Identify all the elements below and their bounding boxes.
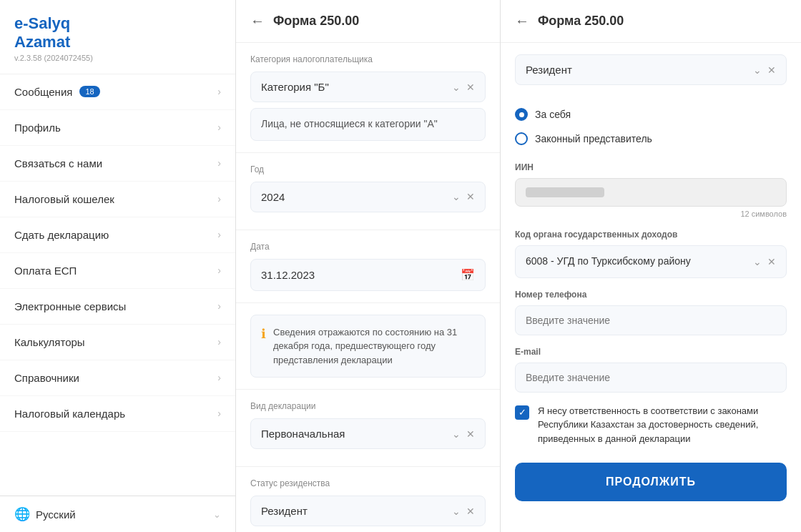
sidebar-item-declaration[interactable]: Сдать декларацию ›: [0, 217, 235, 253]
clear-icon[interactable]: ✕: [767, 64, 776, 76]
chevron-right-icon: ›: [217, 122, 221, 133]
category-field[interactable]: Категория "Б" ⌄ ✕: [250, 72, 486, 102]
checkbox-row[interactable]: ✓ Я несу ответственность в соответствии …: [515, 404, 787, 446]
right-radio-option1[interactable]: За себя: [515, 102, 787, 127]
chevron-right-icon: ›: [217, 408, 221, 419]
date-field[interactable]: 31.12.2023 📅: [250, 259, 486, 291]
info-text: Сведения отражаются по состоянию на 31 д…: [273, 325, 475, 368]
declaration-type-field[interactable]: Первоначальная ⌄ ✕: [250, 418, 486, 449]
sidebar-label-messages: Сообщения: [14, 86, 72, 98]
clear-icon[interactable]: ✕: [466, 82, 475, 93]
year-label: Год: [250, 164, 486, 174]
checkbox-icon[interactable]: ✓: [515, 405, 529, 420]
dropdown-icon[interactable]: ⌄: [753, 256, 762, 267]
messages-badge: 18: [79, 86, 99, 97]
sidebar-item-profile[interactable]: Профиль ›: [0, 110, 235, 146]
clear-icon[interactable]: ✕: [466, 191, 475, 202]
checkmark-icon: ✓: [519, 407, 526, 418]
sidebar-label-contact: Связаться с нами: [14, 157, 102, 169]
chevron-right-icon: ›: [217, 229, 221, 240]
category-section: Категория налогоплательщика Категория "Б…: [236, 43, 500, 153]
sidebar-item-calculators[interactable]: Калькуляторы ›: [0, 325, 235, 360]
email-group: E-mail: [515, 347, 787, 393]
iin-input[interactable]: [515, 178, 787, 207]
chevron-right-icon: ›: [217, 372, 221, 383]
residency-section: Статус резиденства Резидент ⌄ ✕: [236, 467, 500, 532]
dropdown-icon[interactable]: ⌄: [452, 428, 461, 440]
continue-button[interactable]: ПРОДОЛЖИТЬ: [515, 463, 787, 501]
clear-icon[interactable]: ✕: [767, 256, 776, 267]
left-back-button[interactable]: ←: [250, 13, 265, 29]
calendar-icon[interactable]: 📅: [461, 268, 475, 282]
declaration-type-section: Вид декларации Первоначальная ⌄ ✕: [236, 390, 500, 467]
iin-group: ИИН 12 символов: [515, 162, 787, 218]
chevron-right-icon: ›: [217, 193, 221, 205]
date-section: Дата 31.12.2023 📅: [236, 230, 500, 303]
residency-label: Статус резиденства: [250, 478, 486, 488]
right-radio-group: За себя Законный представитель: [515, 97, 787, 162]
date-value: 31.12.2023: [261, 269, 315, 281]
category-sub-value: Лица, не относящиеся к категории "А": [250, 108, 486, 141]
sidebar-item-contact[interactable]: Связаться с нами ›: [0, 146, 235, 182]
left-panel-header: ← Форма 250.00: [236, 0, 500, 43]
radio-filled-icon: [515, 108, 528, 121]
app-brand: e-SalyqAzamat: [14, 14, 221, 52]
info-section: ℹ Сведения отражаются по состоянию на 31…: [236, 303, 500, 390]
chevron-right-icon: ›: [217, 300, 221, 312]
chevron-down-icon: ⌄: [213, 509, 221, 520]
right-panel-title: Форма 250.00: [538, 14, 624, 29]
phone-input[interactable]: [515, 305, 787, 335]
sidebar-label-calculators: Калькуляторы: [14, 336, 85, 348]
iin-hint: 12 символов: [740, 210, 787, 218]
chevron-right-icon: ›: [217, 336, 221, 348]
sidebar-item-messages[interactable]: Сообщения 18 ›: [0, 74, 235, 110]
globe-icon: 🌐: [14, 506, 30, 522]
sidebar-item-services[interactable]: Электронные сервисы ›: [0, 289, 235, 325]
right-radio-label1: За себя: [535, 109, 571, 120]
left-panel: ← Форма 250.00 Категория налогоплательщи…: [236, 0, 501, 532]
year-section: Год 2024 ⌄ ✕: [236, 153, 500, 230]
email-input[interactable]: [515, 363, 787, 393]
right-form: Резидент ⌄ ✕ За себя Законный представит…: [501, 43, 801, 532]
kod-field[interactable]: 6008 - УГД по Турксибскому району ⌄ ✕: [515, 245, 787, 278]
app-version: v.2.3.58 (2024072455): [14, 54, 221, 62]
declaration-type-value: Первоначальная: [261, 428, 345, 440]
chevron-right-icon: ›: [217, 265, 221, 276]
right-back-button[interactable]: ←: [515, 13, 529, 29]
year-field[interactable]: 2024 ⌄ ✕: [250, 182, 486, 212]
dropdown-icon[interactable]: ⌄: [452, 191, 461, 202]
declaration-type-label: Вид декларации: [250, 401, 486, 411]
right-panel: ← Форма 250.00 Резидент ⌄ ✕ За себя Зако…: [501, 0, 801, 532]
chevron-right-icon: ›: [217, 157, 221, 169]
left-panel-title: Форма 250.00: [273, 14, 359, 29]
dropdown-icon[interactable]: ⌄: [452, 506, 461, 517]
checkbox-label: Я несу ответственность в соответствии с …: [538, 404, 787, 446]
sidebar-label-profile: Профиль: [14, 122, 61, 134]
sidebar-footer[interactable]: 🌐 Русский ⌄: [0, 496, 235, 532]
sidebar-item-references[interactable]: Справочники ›: [0, 360, 235, 396]
clear-icon[interactable]: ✕: [466, 506, 475, 517]
sidebar-label-declaration: Сдать декларацию: [14, 229, 109, 241]
residency-field[interactable]: Резидент ⌄ ✕: [250, 496, 486, 526]
dropdown-icon[interactable]: ⌄: [753, 64, 762, 76]
language-label: Русский: [36, 508, 76, 521]
resident-field[interactable]: Резидент ⌄ ✕: [515, 54, 787, 85]
category-label: Категория налогоплательщика: [250, 54, 486, 64]
email-label: E-mail: [515, 347, 787, 357]
sidebar-item-esp[interactable]: Оплата ЕСП ›: [0, 253, 235, 289]
phone-label: Номер телефона: [515, 290, 787, 300]
right-radio-option2[interactable]: Законный представитель: [515, 127, 787, 151]
chevron-right-icon: ›: [217, 86, 221, 97]
sidebar-nav: Сообщения 18 › Профиль › Связаться с нам…: [0, 74, 235, 496]
dropdown-icon[interactable]: ⌄: [452, 82, 461, 93]
sidebar-label-references: Справочники: [14, 372, 79, 384]
clear-icon[interactable]: ✕: [466, 428, 475, 440]
sidebar-item-tax-wallet[interactable]: Налоговый кошелек ›: [0, 182, 235, 217]
year-value: 2024: [261, 191, 285, 203]
residency-value: Резидент: [261, 505, 308, 517]
iin-label: ИИН: [515, 162, 787, 172]
sidebar-label-tax-wallet: Налоговый кошелек: [14, 193, 114, 205]
category-value: Категория "Б": [261, 81, 329, 93]
kod-group: Код органа государственных доходов 6008 …: [515, 230, 787, 278]
sidebar-item-tax-calendar[interactable]: Налоговый календарь ›: [0, 396, 235, 432]
